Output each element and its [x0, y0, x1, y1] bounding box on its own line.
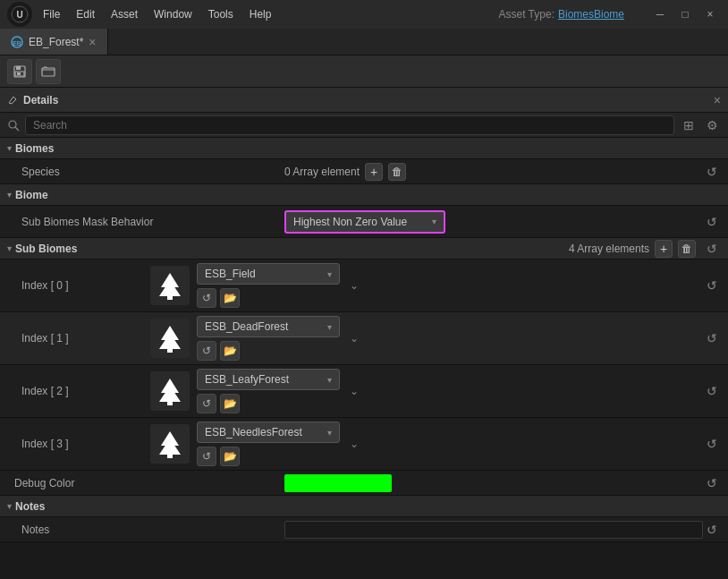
maximize-button[interactable]: □: [674, 4, 696, 25]
save-icon: [13, 64, 27, 79]
biome-chevron-icon: ▾: [7, 190, 12, 200]
index-1-biome-value: ESB_DeadForest: [205, 320, 322, 333]
close-button[interactable]: ×: [699, 4, 721, 25]
app-logo: U: [7, 2, 32, 27]
index-0-copy-button[interactable]: ↺: [197, 288, 216, 308]
index-1-dropdown-arrow-icon: ▾: [327, 322, 332, 332]
tab-eb-forest[interactable]: EB EB_Forest* ×: [0, 29, 108, 55]
notes-field-label: Notes: [7, 524, 284, 536]
index-0-expand-button[interactable]: ⌄: [347, 278, 361, 293]
index-2-row: Index [ 2 ] ESB_LeafyForest ▾ ↺ 📂 ⌄: [0, 365, 728, 418]
index-3-expand-button[interactable]: ⌄: [347, 437, 361, 451]
svg-marker-20: [159, 439, 181, 455]
svg-rect-15: [167, 347, 173, 353]
details-title: Details: [23, 94, 708, 106]
species-add-button[interactable]: +: [365, 163, 383, 181]
index-1-biome-dropdown[interactable]: ESB_DeadForest ▾: [197, 316, 340, 337]
index-3-biome-value: ESB_NeedlesForest: [205, 426, 322, 439]
svg-rect-12: [167, 294, 173, 300]
index-0-biome-dropdown[interactable]: ESB_Field ▾: [197, 263, 340, 285]
tab-label: EB_Forest*: [29, 36, 83, 48]
index-1-copy-button[interactable]: ↺: [197, 341, 216, 361]
debug-color-reset-button[interactable]: ↺: [703, 474, 721, 492]
sub-biomes-label: Sub Biomes: [15, 243, 565, 255]
index-1-reset-button[interactable]: ↺: [703, 329, 721, 347]
index-0-row: Index [ 0 ] ESB_Field ▾ ↺ 📂 ⌄: [0, 260, 728, 312]
svg-marker-11: [159, 280, 181, 296]
mask-dropdown-arrow-icon: ▾: [432, 217, 436, 226]
menu-file[interactable]: File: [36, 6, 67, 22]
sub-biomes-delete-button[interactable]: 🗑: [678, 240, 696, 258]
index-3-reset-button[interactable]: ↺: [703, 435, 721, 453]
species-label: Species: [7, 166, 284, 178]
section-sub-biomes-header[interactable]: ▾ Sub Biomes 4 Array elements + 🗑 ↺: [0, 238, 728, 260]
index-2-reset-button[interactable]: ↺: [703, 382, 721, 400]
index-2-dropdown-arrow-icon: ▾: [327, 375, 332, 385]
biomes-chevron-icon: ▾: [7, 143, 12, 153]
search-input[interactable]: [25, 115, 674, 135]
biome-section-label: Biome: [15, 189, 48, 201]
index-0-biome-value: ESB_Field: [205, 268, 322, 280]
settings-button[interactable]: ⚙: [703, 116, 721, 134]
minimize-button[interactable]: ─: [649, 4, 671, 25]
asset-type-value[interactable]: BiomesBiome: [558, 8, 624, 21]
index-3-browse-button[interactable]: 📂: [220, 447, 240, 466]
details-close-icon[interactable]: ×: [714, 93, 721, 107]
debug-color-swatch[interactable]: [284, 474, 392, 492]
index-2-copy-button[interactable]: ↺: [197, 394, 216, 413]
svg-marker-17: [159, 386, 181, 402]
notes-row: Notes ↺: [0, 517, 728, 542]
section-biomes-header[interactable]: ▾ Biomes: [0, 138, 728, 159]
section-notes-header[interactable]: ▾ Notes: [0, 496, 728, 517]
search-icon: [7, 119, 20, 132]
notes-chevron-icon: ▾: [7, 501, 12, 511]
index-2-expand-button[interactable]: ⌄: [347, 384, 361, 398]
menu-window[interactable]: Window: [147, 6, 199, 22]
svg-rect-18: [167, 400, 173, 405]
index-1-row: Index [ 1 ] ESB_DeadForest ▾ ↺ 📂 ⌄: [0, 312, 728, 365]
grid-view-button[interactable]: ⊞: [680, 116, 698, 134]
debug-color-row: Debug Color ↺: [0, 471, 728, 496]
sub-biomes-mask-value: Highest Non Zero Value: [293, 216, 427, 228]
species-reset-button[interactable]: ↺: [703, 163, 721, 181]
svg-text:U: U: [16, 10, 22, 20]
notes-input[interactable]: [284, 521, 703, 539]
svg-rect-8: [42, 68, 55, 76]
index-1-expand-button[interactable]: ⌄: [347, 331, 361, 345]
menu-asset[interactable]: Asset: [104, 6, 145, 22]
sub-biomes-reset-button[interactable]: ↺: [703, 240, 721, 258]
tab-close-icon[interactable]: ×: [89, 35, 96, 49]
svg-text:EB: EB: [13, 39, 21, 46]
index-3-copy-button[interactable]: ↺: [197, 447, 216, 466]
svg-rect-21: [167, 453, 173, 458]
index-3-row: Index [ 3 ] ESB_NeedlesForest ▾ ↺ 📂 ⌄: [0, 418, 728, 471]
menu-help[interactable]: Help: [242, 6, 279, 22]
menu-tools[interactable]: Tools: [201, 6, 241, 22]
section-biome-header[interactable]: ▾ Biome: [0, 184, 728, 206]
index-0-label: Index [ 0 ]: [7, 279, 150, 292]
index-0-dropdown-arrow-icon: ▾: [327, 269, 332, 279]
sub-biomes-mask-row: Sub Biomes Mask Behavior Highest Non Zer…: [0, 206, 728, 238]
sub-biomes-mask-dropdown[interactable]: Highest Non Zero Value ▾: [284, 210, 445, 234]
species-row: Species 0 Array element + 🗑 ↺: [0, 159, 728, 184]
species-delete-button[interactable]: 🗑: [388, 163, 406, 181]
index-0-reset-button[interactable]: ↺: [703, 277, 721, 294]
mask-reset-button[interactable]: ↺: [703, 213, 721, 231]
index-2-biome-dropdown[interactable]: ESB_LeafyForest ▾: [197, 369, 340, 390]
browse-button[interactable]: [36, 59, 61, 84]
sub-biomes-mask-label: Sub Biomes Mask Behavior: [7, 216, 284, 228]
index-1-browse-button[interactable]: 📂: [220, 341, 240, 361]
index-3-dropdown-arrow-icon: ▾: [327, 428, 332, 438]
menu-edit[interactable]: Edit: [69, 6, 102, 22]
sub-biomes-add-button[interactable]: +: [655, 240, 673, 258]
index-2-biome-value: ESB_LeafyForest: [205, 373, 322, 386]
notes-reset-button[interactable]: ↺: [703, 521, 721, 539]
save-button[interactable]: [7, 59, 32, 84]
svg-marker-14: [159, 333, 181, 349]
browse-icon: [41, 64, 55, 79]
index-3-biome-dropdown[interactable]: ESB_NeedlesForest ▾: [197, 421, 340, 443]
svg-rect-7: [17, 72, 21, 75]
index-2-browse-button[interactable]: 📂: [220, 394, 240, 413]
index-0-browse-button[interactable]: 📂: [220, 288, 240, 308]
properties-panel: ▾ Biomes Species 0 Array element + 🗑 ↺ ▾…: [0, 138, 728, 542]
